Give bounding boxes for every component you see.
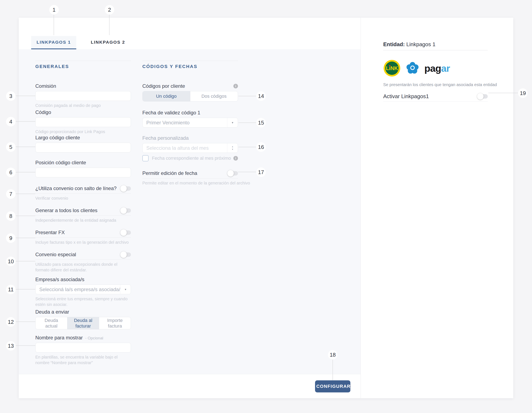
- empresas-select[interactable]: Seleccioná la/s empresa/s asociada/s ▼: [35, 285, 131, 294]
- empresas-helper: Seleccioná entre tus empresas, siempre y…: [35, 296, 131, 307]
- empresas-label: Empresa/s asociada/s: [35, 276, 131, 282]
- tab-linkpagos-1[interactable]: LINKPAGOS 1: [31, 36, 76, 49]
- empresas-placeholder: Seleccioná la/s empresa/s asociada/s: [36, 286, 120, 292]
- callout-line: [332, 360, 333, 380]
- column-generales: GENERALES Comisión Comisión pagada al me…: [35, 49, 131, 374]
- pagar-flower-icon: [406, 62, 419, 75]
- permitir-edicion-toggle[interactable]: [228, 171, 238, 176]
- presentar-fx-toggle[interactable]: [121, 230, 131, 235]
- convenio-salto-toggle[interactable]: [121, 186, 131, 191]
- toggle-knob: [477, 93, 484, 100]
- configurar-button[interactable]: CONFIGURAR: [315, 380, 350, 393]
- convenio-especial-toggle[interactable]: [121, 253, 131, 257]
- number-spinner[interactable]: ▲ ▼: [227, 143, 238, 153]
- toggle-knob: [120, 251, 127, 258]
- fecha-personalizada-input[interactable]: Selecciona la altura del mes ▲ ▼: [142, 143, 238, 153]
- comision-input[interactable]: [35, 91, 131, 101]
- generar-todos-toggle[interactable]: [121, 208, 131, 213]
- deuda-segmented: Deuda actual Deuda al facturar Importe f…: [35, 317, 131, 329]
- field-codigo: Código Código proporcionado por Link Pag…: [35, 109, 131, 135]
- callout-5: 5: [6, 142, 16, 152]
- field-fecha-validez: Fecha de validez código 1 Primer Vencimi…: [142, 110, 238, 128]
- pagar-text-blue: ar: [441, 63, 450, 74]
- spinner-down-icon: ▼: [232, 148, 234, 150]
- callout-19: 19: [518, 88, 528, 98]
- activar-toggle[interactable]: [477, 94, 488, 98]
- field-comision: Comisión Comisión pagada al medio de pag…: [35, 83, 131, 108]
- field-largo-codigo: Largo código cliente: [35, 135, 131, 152]
- divider: [142, 178, 238, 178]
- callout-line: [54, 15, 54, 35]
- codigos-cliente-label: Códigos por cliente: [142, 83, 185, 89]
- toggle-convenio-especial: Convenio especial Utilizado para casos e…: [35, 250, 131, 273]
- deuda-option-actual[interactable]: Deuda actual: [36, 317, 67, 329]
- deuda-label: Deuda a enviar: [35, 309, 131, 315]
- codigo-input[interactable]: [35, 117, 131, 127]
- callout-line: [238, 172, 256, 172]
- codigos-option-dos-codigos[interactable]: Dos códigos: [190, 91, 238, 101]
- chevron-down-icon: ▼: [124, 288, 127, 291]
- info-icon[interactable]: i: [233, 156, 238, 160]
- deuda-option-importe[interactable]: Importe factura: [99, 317, 131, 329]
- mes-proximo-checkbox[interactable]: [142, 155, 149, 161]
- nombre-helper: En plantillas, se encuentra la variable …: [35, 354, 131, 366]
- convenio-salto-helper: Verificar convenio: [35, 196, 131, 201]
- largo-codigo-input[interactable]: [35, 143, 131, 152]
- convenio-especial-label: Convenio especial: [35, 252, 76, 257]
- fecha-validez-label: Fecha de validez código 1: [142, 110, 238, 116]
- pagar-logo-text: pagar: [424, 63, 450, 74]
- toggle-presentar-fx: Presentar FX Incluye facturas tipo x en …: [35, 227, 131, 245]
- callout-6: 6: [6, 167, 16, 177]
- comision-label: Comisión: [35, 83, 131, 89]
- callout-14: 14: [256, 91, 266, 101]
- link-logo-icon: LiNK: [383, 59, 401, 77]
- field-posicion-codigo: Posición código cliente: [35, 160, 131, 177]
- nombre-input[interactable]: [35, 343, 131, 353]
- entity-helper: Se presentarán los clientes que tengan a…: [383, 82, 488, 87]
- callout-line: [16, 194, 35, 194]
- codigo-helper: Código proporcionado por Link Pagos: [35, 129, 131, 135]
- fecha-personalizada-label: Fecha personalizada: [142, 135, 238, 141]
- field-empresas: Empresa/s asociada/s Seleccioná la/s emp…: [35, 276, 131, 307]
- convenio-especial-helper: Utilizado para casos excepcionales donde…: [35, 262, 131, 273]
- callout-line: [16, 147, 35, 147]
- tab-linkpagos-2[interactable]: LINKPAGOS 2: [81, 36, 135, 49]
- convenio-salto-label: ¿Utiliza convenio con salto de línea?: [35, 186, 117, 191]
- callout-3: 3: [6, 91, 16, 101]
- posicion-codigo-label: Posición código cliente: [35, 160, 131, 166]
- callout-line: [109, 15, 110, 35]
- codigo-label: Código: [35, 109, 131, 115]
- callout-11: 11: [6, 285, 16, 294]
- section-title-codigos-fechas: CÓDIGOS Y FECHAS: [142, 64, 238, 69]
- callout-line: [488, 93, 518, 93]
- presentar-fx-helper: Incluye facturas tipo x en la generación…: [35, 240, 131, 245]
- field-codigos-cliente: Códigos por cliente i Un código Dos códi…: [142, 83, 238, 101]
- svg-text:LiNK: LiNK: [386, 65, 398, 71]
- section-title-generales: GENERALES: [35, 64, 131, 69]
- entity-panel: Entidad: Linkpagos 1 LiNK: [361, 18, 513, 398]
- generar-todos-label: Generar a todos los clientes: [35, 207, 97, 213]
- field-nombre: Nombre para mostrar - Opcional En planti…: [35, 335, 131, 366]
- activar-label: Activar Linkpagos1: [383, 93, 429, 100]
- mes-proximo-row: Fecha correspondiente al mes próximo i: [142, 155, 238, 161]
- toggle-knob: [227, 170, 234, 177]
- settings-card: LINKPAGOS 1 LINKPAGOS 2 GENERALES Comisi…: [19, 18, 513, 398]
- callout-10: 10: [6, 257, 16, 266]
- callout-18: 18: [328, 350, 337, 360]
- posicion-codigo-input[interactable]: [35, 167, 131, 177]
- fecha-validez-select[interactable]: Primer Vencimiento ▼: [142, 118, 238, 128]
- callout-1: 1: [49, 5, 59, 15]
- permitir-edicion-helper: Permite editar en el momento de la gener…: [142, 180, 238, 186]
- callout-line: [16, 289, 35, 289]
- callout-13: 13: [6, 341, 16, 351]
- deuda-option-facturar[interactable]: Deuda al facturar: [67, 317, 99, 329]
- nombre-label: Nombre para mostrar: [35, 335, 83, 341]
- codigos-option-un-codigo[interactable]: Un código: [142, 91, 190, 101]
- info-icon[interactable]: i: [233, 84, 238, 88]
- section-divider: [35, 61, 131, 61]
- callout-line: [238, 96, 256, 96]
- toggle-knob: [120, 229, 127, 236]
- divider: [35, 216, 131, 216]
- callout-12: 12: [6, 317, 16, 327]
- select-arrow-box: ▼: [227, 118, 238, 127]
